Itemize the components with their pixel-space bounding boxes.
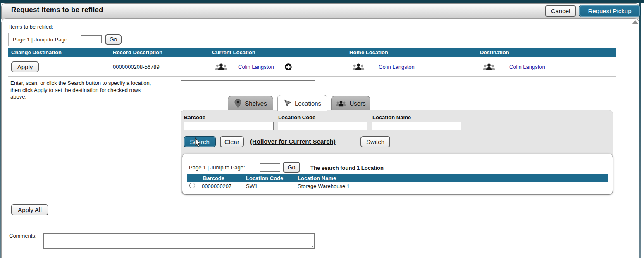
switch-button[interactable]: Switch bbox=[360, 136, 390, 147]
tab-users[interactable]: Users bbox=[331, 96, 370, 110]
tab-shelves-label: Shelves bbox=[245, 100, 267, 107]
location-name-input[interactable] bbox=[372, 122, 461, 130]
result-radio[interactable] bbox=[189, 183, 195, 188]
request-pickup-button[interactable]: Request Pickup bbox=[579, 5, 640, 17]
results-jump-page-input[interactable] bbox=[260, 163, 280, 172]
cancel-button[interactable]: Cancel bbox=[545, 5, 576, 17]
app-window: Request Items to be refiled Cancel Reque… bbox=[0, 0, 644, 258]
users-icon bbox=[352, 63, 365, 71]
record-description-value: 0000000208-56789 bbox=[110, 57, 209, 76]
window-top-band bbox=[0, 0, 644, 3]
items-table-header: Change Destination Record Description Cu… bbox=[8, 48, 616, 57]
tab-locations-label: Locations bbox=[295, 100, 321, 107]
apply-all-button[interactable]: Apply All bbox=[11, 204, 48, 215]
users-icon bbox=[483, 63, 495, 71]
users-icon bbox=[336, 100, 346, 107]
items-section-label: Items to be refiled: bbox=[9, 24, 53, 30]
results-table: Barcode Location Code Location Name 0000… bbox=[187, 174, 608, 190]
results-col-location-code: Location Code bbox=[246, 175, 298, 181]
clear-button[interactable]: Clear bbox=[220, 136, 244, 147]
search-button[interactable]: Search bbox=[184, 136, 216, 147]
result-location-code: SW1 bbox=[246, 183, 298, 189]
map-pin-icon bbox=[234, 99, 242, 108]
add-icon[interactable] bbox=[285, 63, 292, 70]
current-location-link[interactable]: Colin Langston bbox=[238, 64, 274, 70]
results-table-row: 0000000207 SW1 Storage Warehouse 1 bbox=[187, 182, 608, 190]
barcode-input[interactable] bbox=[184, 122, 274, 130]
col-destination: Destination bbox=[477, 48, 616, 57]
instruction-text: Enter, scan, or click the Search button … bbox=[10, 80, 156, 101]
items-jump-page-input[interactable] bbox=[81, 35, 102, 43]
col-home-location: Home Location bbox=[346, 48, 477, 57]
search-results-box: Page 1 | Jump to Page: Go The search fou… bbox=[182, 154, 613, 195]
results-col-location-name: Location Name bbox=[298, 175, 608, 181]
result-barcode: 0000000207 bbox=[202, 183, 246, 189]
col-current-location: Current Location bbox=[209, 48, 346, 57]
barcode-label: Barcode bbox=[184, 114, 205, 121]
items-table-row: Apply 0000000208-56789 Colin Langston bbox=[8, 57, 616, 77]
rollover-current-search-link[interactable]: (Rollover for Current Search) bbox=[250, 138, 336, 145]
users-icon bbox=[215, 63, 227, 71]
window-right-edge bbox=[639, 3, 641, 258]
items-go-button[interactable]: Go bbox=[105, 34, 122, 45]
page-title: Request Items to be refiled bbox=[11, 6, 103, 14]
results-summary: The search found 1 Location bbox=[310, 165, 384, 171]
items-table: Change Destination Record Description Cu… bbox=[8, 48, 616, 77]
col-change-destination: Change Destination bbox=[8, 48, 110, 57]
items-pager: Page 1 | Jump to Page: Go bbox=[8, 33, 616, 46]
location-entry-input[interactable] bbox=[181, 80, 315, 89]
apply-button[interactable]: Apply bbox=[11, 61, 39, 72]
destination-link[interactable]: Colin Langston bbox=[509, 64, 545, 70]
results-go-button[interactable]: Go bbox=[283, 162, 300, 173]
results-pager-label: Page 1 | Jump to Page: bbox=[189, 164, 245, 171]
col-record-description: Record Description bbox=[110, 48, 209, 57]
scrollbar-up-icon[interactable] bbox=[632, 20, 639, 24]
tab-locations[interactable]: Locations bbox=[277, 95, 327, 111]
tab-users-label: Users bbox=[349, 100, 365, 107]
items-pager-label: Page 1 | Jump to Page: bbox=[13, 36, 69, 43]
comments-textarea[interactable] bbox=[43, 233, 315, 249]
results-col-barcode: Barcode bbox=[202, 175, 246, 181]
location-code-label: Location Code bbox=[278, 114, 315, 121]
navigation-icon bbox=[284, 99, 292, 107]
home-location-link[interactable]: Colin Langston bbox=[379, 64, 415, 70]
result-location-name: Storage Warehouse 1 bbox=[298, 183, 608, 189]
location-name-label: Location Name bbox=[372, 114, 411, 121]
tab-shelves[interactable]: Shelves bbox=[228, 96, 273, 110]
location-code-input[interactable] bbox=[278, 122, 367, 130]
results-table-header: Barcode Location Code Location Name bbox=[187, 174, 608, 182]
comments-label: Comments: bbox=[9, 233, 36, 239]
